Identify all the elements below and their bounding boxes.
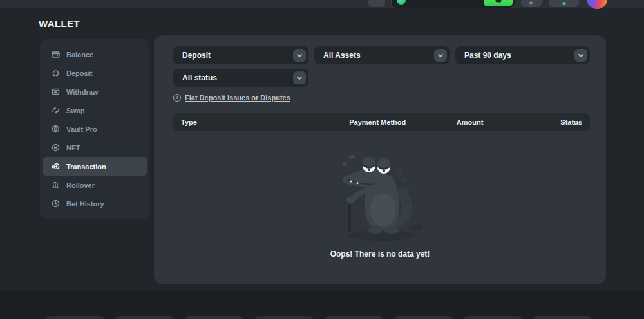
empty-state: Oops! There is no data yet! <box>154 150 606 259</box>
period-select[interactable]: Past 90 days <box>455 46 590 64</box>
footer-tile[interactable] <box>323 316 384 319</box>
sidebar-item-withdraw[interactable]: Withdraw <box>43 82 147 101</box>
sidebar-item-label: Vault Pro <box>66 125 97 133</box>
nft-coin-icon <box>52 143 60 152</box>
transaction-coin-icon <box>52 162 60 170</box>
column-header-type: Type <box>181 118 325 126</box>
sidebar-item-rollover[interactable]: Rollover <box>43 176 147 194</box>
empty-state-message: Oops! There is no data yet! <box>154 250 606 259</box>
asset-select[interactable]: All Assets <box>314 46 450 64</box>
chevron-down-icon <box>434 49 447 62</box>
search-button[interactable] <box>368 0 385 7</box>
transaction-panel: Deposit All Assets Past 90 days All stat… <box>154 35 606 284</box>
piggy-bank-icon <box>52 69 60 77</box>
sidebar-item-balance[interactable]: Balance <box>43 45 147 64</box>
vault-dial-icon <box>52 125 60 133</box>
transaction-type-select[interactable]: Deposit <box>173 46 308 64</box>
footer-tile[interactable] <box>115 316 175 319</box>
column-header-payment-method: Payment Method <box>325 118 430 126</box>
transaction-table-header: Type Payment Method Amount Status <box>173 113 590 131</box>
sidebar-item-bet-history[interactable]: Bet History <box>43 194 147 213</box>
sidebar-item-label: Swap <box>66 107 85 114</box>
sidebar-item-label: Transaction <box>66 163 106 170</box>
top-navigation-bar: ⠿ <box>0 0 644 8</box>
footer-tile[interactable] <box>462 316 523 319</box>
sidebar-item-label: Bet History <box>66 200 104 208</box>
fiat-dispute-label: Fiat Deposit issues or Disputes <box>185 94 290 102</box>
chat-icon <box>562 2 565 5</box>
status-select[interactable]: All status <box>173 69 308 87</box>
chevron-down-icon <box>574 49 587 62</box>
page-title: WALLET <box>39 18 80 29</box>
footer-tile[interactable] <box>254 316 314 319</box>
footer-tile[interactable] <box>532 316 592 319</box>
transaction-type-value: Deposit <box>182 51 211 60</box>
sidebar-item-vault-pro[interactable]: Vault Pro <box>43 120 147 138</box>
fiat-dispute-link[interactable]: i Fiat Deposit issues or Disputes <box>173 94 290 102</box>
crocodile-mascot-illustration <box>332 150 428 243</box>
sidebar-item-label: Withdraw <box>66 88 98 96</box>
deposit-button[interactable] <box>484 0 513 6</box>
chat-button[interactable] <box>549 0 579 7</box>
wallet-sidebar: Balance Deposit Withdraw Swap Vault Pro <box>40 39 149 219</box>
sidebar-item-deposit[interactable]: Deposit <box>43 64 147 82</box>
apps-grid-button[interactable]: ⠿ <box>521 0 542 7</box>
footer <box>0 291 644 319</box>
wallet-page: ⠿ WALLET Balance Deposit Withdraw <box>0 0 644 319</box>
coin-icon <box>397 0 406 5</box>
sidebar-item-label: Rollover <box>66 181 95 189</box>
column-header-status: Status <box>510 118 582 126</box>
footer-tile[interactable] <box>393 316 453 319</box>
footer-tile[interactable] <box>45 316 106 319</box>
swap-arrows-icon <box>52 106 60 114</box>
period-value: Past 90 days <box>464 51 511 60</box>
column-header-amount: Amount <box>430 118 510 126</box>
sidebar-item-swap[interactable]: Swap <box>43 101 147 120</box>
info-icon: i <box>173 94 181 102</box>
sidebar-item-label: Deposit <box>66 69 92 77</box>
sidebar-item-label: Balance <box>66 51 93 59</box>
sidebar-item-transaction[interactable]: Transaction <box>43 157 147 176</box>
withdraw-icon <box>52 87 60 96</box>
wallet-icon <box>52 50 60 59</box>
asset-value: All Assets <box>323 51 361 60</box>
chevron-down-icon <box>293 71 306 84</box>
clock-icon <box>52 199 60 208</box>
rollover-chart-icon <box>52 181 60 189</box>
footer-tile[interactable] <box>184 316 245 319</box>
status-value: All status <box>182 73 217 82</box>
chevron-down-icon <box>293 49 306 62</box>
sidebar-item-label: NFT <box>66 144 80 152</box>
sidebar-item-nft[interactable]: NFT <box>43 138 147 157</box>
user-avatar[interactable] <box>587 0 607 9</box>
deposit-wallet-icon <box>495 0 501 3</box>
wallet-balance-pill[interactable] <box>391 0 515 8</box>
